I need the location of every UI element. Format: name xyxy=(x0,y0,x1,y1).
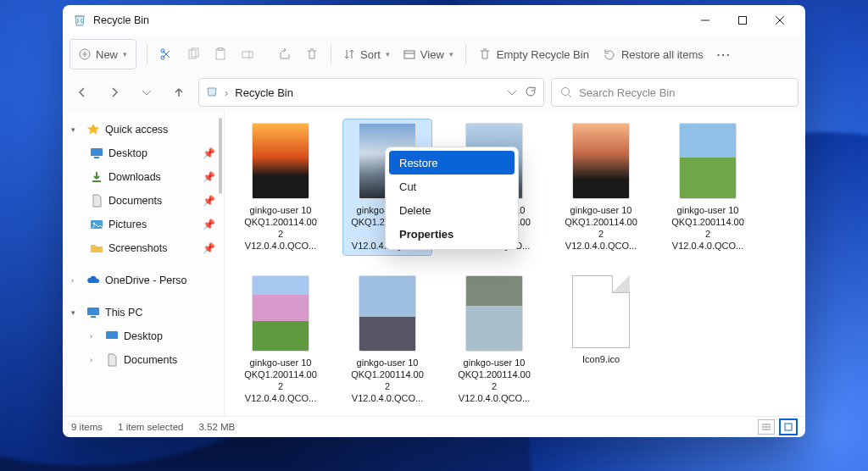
svg-rect-8 xyxy=(242,52,253,58)
new-button[interactable]: New ▾ xyxy=(70,39,136,69)
sidebar-item-pc-documents[interactable]: › Documents xyxy=(63,348,224,372)
file-item[interactable]: ginkgo-user 10QKQ1.200114.002V12.0.4.0.Q… xyxy=(343,272,431,407)
sort-label: Sort xyxy=(360,48,381,61)
sidebar-item-desktop[interactable]: Desktop📌 xyxy=(63,141,224,165)
chevron-down-icon: ▾ xyxy=(71,125,81,134)
file-item[interactable]: ginkgo-user 10QKQ1.200114.002V12.0.4.0.Q… xyxy=(236,119,325,255)
pictures-icon xyxy=(90,218,103,231)
chevron-right-icon: › xyxy=(90,332,100,341)
file-item[interactable]: ginkgo-user 10QKQ1.200114.002V12.0.4.0.Q… xyxy=(557,119,645,255)
sidebar-item-downloads[interactable]: Downloads📌 xyxy=(63,165,224,189)
sidebar-item-quick-access[interactable]: ▾ Quick access xyxy=(63,118,224,141)
view-details-button[interactable] xyxy=(758,419,775,435)
sidebar-item-onedrive[interactable]: › OneDrive - Perso xyxy=(63,269,224,292)
thumbnail xyxy=(572,123,630,199)
view-button[interactable]: View ▾ xyxy=(397,40,460,69)
restore-all-button[interactable]: Restore all items xyxy=(596,40,710,69)
chevron-down-icon: ▾ xyxy=(449,50,453,58)
svg-rect-9 xyxy=(404,51,415,58)
context-cut[interactable]: Cut xyxy=(389,175,515,198)
explorer-window: Recycle Bin New ▾ Sort ▾ View ▾ xyxy=(63,5,805,437)
view-icon xyxy=(403,48,415,60)
file-name: ginkgo-user 10QKQ1.200114.002V12.0.4.0.Q… xyxy=(554,204,648,252)
pin-icon: 📌 xyxy=(203,195,215,207)
rename-button[interactable] xyxy=(234,40,261,69)
scissors-icon xyxy=(159,47,173,61)
recycle-bin-icon xyxy=(206,86,218,100)
sort-button[interactable]: Sort ▾ xyxy=(337,40,397,69)
close-button[interactable] xyxy=(761,5,798,36)
trash-icon xyxy=(305,47,319,61)
status-selected: 1 item selected xyxy=(118,422,183,432)
sidebar-item-pc-desktop[interactable]: › Desktop xyxy=(63,324,224,348)
sidebar-item-label: OneDrive - Perso xyxy=(105,274,187,286)
chevron-down-icon[interactable] xyxy=(508,86,516,99)
svg-point-14 xyxy=(93,223,96,225)
recent-button[interactable] xyxy=(134,80,159,105)
sidebar-item-label: Quick access xyxy=(105,124,168,136)
items-view[interactable]: ginkgo-user 10QKQ1.200114.002V12.0.4.0.Q… xyxy=(225,111,805,416)
search-input[interactable]: Search Recycle Bin xyxy=(551,78,798,107)
context-delete[interactable]: Delete xyxy=(389,198,515,222)
thumbnail xyxy=(359,275,416,352)
share-button[interactable] xyxy=(271,40,298,69)
restore-icon xyxy=(603,47,616,61)
file-item[interactable]: ginkgo-user 10QKQ1.200114.002V12.0.4.0.Q… xyxy=(450,272,538,407)
refresh-button[interactable] xyxy=(525,86,537,100)
thumbnail xyxy=(252,275,309,352)
address-bar[interactable]: › Recycle Bin xyxy=(198,78,544,107)
file-name: ginkgo-user 10QKQ1.200114.002V12.0.4.0.Q… xyxy=(341,357,434,404)
command-bar: New ▾ Sort ▾ View ▾ Empty Recycle Bin Re… xyxy=(63,36,805,74)
sidebar-item-label: Pictures xyxy=(108,219,147,230)
context-restore[interactable]: Restore xyxy=(389,151,515,175)
sidebar-item-screenshots[interactable]: Screenshots📌 xyxy=(63,236,224,260)
svg-rect-18 xyxy=(785,424,792,430)
sidebar-item-label: This PC xyxy=(105,307,142,319)
context-properties[interactable]: Properties xyxy=(389,222,515,246)
restore-all-label: Restore all items xyxy=(621,48,704,61)
empty-recycle-bin-button[interactable]: Empty Recycle Bin xyxy=(471,40,596,69)
delete-button[interactable] xyxy=(298,40,326,69)
file-name: ginkgo-user 10QKQ1.200114.002V12.0.4.0.Q… xyxy=(234,357,327,404)
up-button[interactable] xyxy=(166,80,192,105)
new-label: New xyxy=(96,48,118,61)
cut-button[interactable] xyxy=(153,40,180,69)
back-button[interactable] xyxy=(70,80,95,105)
copy-icon xyxy=(186,47,200,61)
document-icon xyxy=(105,353,119,367)
share-icon xyxy=(278,47,292,61)
minimize-button[interactable] xyxy=(687,5,724,36)
sidebar-item-label: Downloads xyxy=(108,171,161,183)
view-large-icons-button[interactable] xyxy=(780,419,797,435)
copy-button[interactable] xyxy=(180,40,207,69)
file-item[interactable]: ginkgo-user 10QKQ1.200114.002V12.0.4.0.Q… xyxy=(236,272,325,407)
sidebar-item-documents[interactable]: Documents📌 xyxy=(63,189,224,213)
scrollbar-thumb[interactable] xyxy=(219,118,222,194)
sort-icon xyxy=(343,48,355,60)
thumbnail xyxy=(679,123,737,199)
trash-icon xyxy=(478,47,492,61)
file-item[interactable]: ginkgo-user 10QKQ1.200114.002V12.0.4.0.Q… xyxy=(664,119,752,255)
desktop-icon xyxy=(90,147,103,160)
address-sep: › xyxy=(225,86,228,99)
search-icon xyxy=(560,86,572,98)
forward-button[interactable] xyxy=(102,80,127,105)
maximize-button[interactable] xyxy=(724,5,761,36)
chevron-down-icon: ▾ xyxy=(71,308,81,317)
file-item[interactable]: Icon9.ico xyxy=(557,272,645,407)
paste-button[interactable] xyxy=(207,40,234,69)
chevron-right-icon: › xyxy=(71,276,81,285)
svg-rect-17 xyxy=(106,331,118,339)
breadcrumb[interactable]: Recycle Bin xyxy=(235,86,293,99)
chevron-down-icon: ▾ xyxy=(123,50,127,58)
sidebar-item-this-pc[interactable]: ▾ This PC xyxy=(63,301,224,324)
clipboard-icon xyxy=(214,47,227,61)
pin-icon: 📌 xyxy=(203,171,215,183)
more-button[interactable]: ··· xyxy=(710,40,738,69)
sidebar-item-pictures[interactable]: Pictures📌 xyxy=(63,213,224,236)
file-icon xyxy=(572,275,630,348)
svg-rect-16 xyxy=(91,316,96,318)
status-bar: 9 items 1 item selected 3.52 MB xyxy=(63,416,805,437)
status-count: 9 items xyxy=(71,422,103,432)
pin-icon: 📌 xyxy=(203,219,215,230)
